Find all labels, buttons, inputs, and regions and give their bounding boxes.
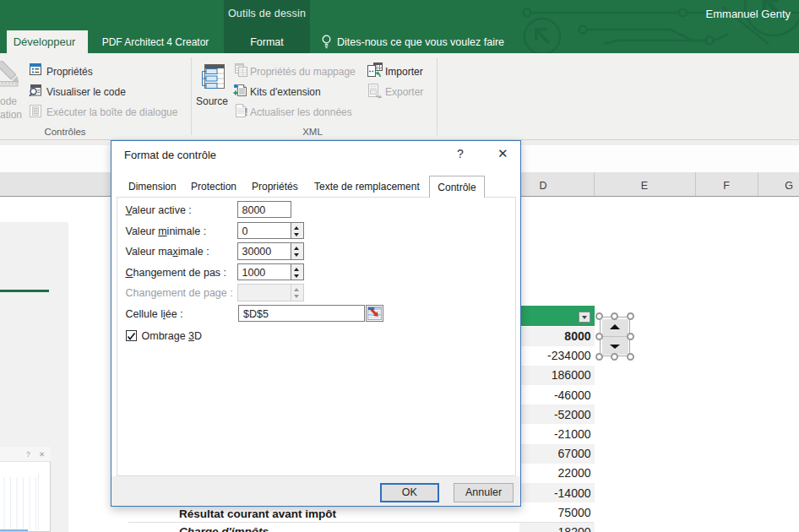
svg-text:!: ! bbox=[244, 106, 247, 117]
